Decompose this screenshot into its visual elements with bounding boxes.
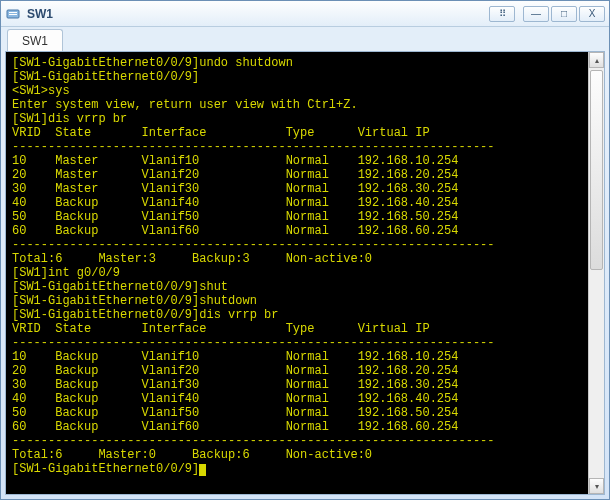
window-title: SW1 — [27, 7, 489, 21]
terminal-cursor — [199, 464, 206, 476]
terminal-container: [SW1-GigabitEthernet0/0/9]undo shutdown … — [5, 51, 605, 495]
app-window: SW1 ⠿ — □ X SW1 [SW1-GigabitEthernet0/0/… — [0, 0, 610, 500]
minimize-button[interactable]: — — [523, 6, 549, 22]
svg-rect-2 — [9, 14, 17, 15]
app-icon — [5, 6, 21, 22]
terminal[interactable]: [SW1-GigabitEthernet0/0/9]undo shutdown … — [6, 52, 588, 494]
maximize-button[interactable]: □ — [551, 6, 577, 22]
window-controls: ⠿ — □ X — [489, 6, 605, 22]
popout-button[interactable]: ⠿ — [489, 6, 515, 22]
scrollbar[interactable]: ▴ ▾ — [588, 52, 604, 494]
scroll-down-button[interactable]: ▾ — [589, 478, 604, 494]
tabstrip: SW1 — [1, 27, 609, 51]
tab-sw1[interactable]: SW1 — [7, 29, 63, 51]
close-button[interactable]: X — [579, 6, 605, 22]
scroll-up-button[interactable]: ▴ — [589, 52, 604, 68]
svg-rect-1 — [9, 12, 17, 13]
titlebar: SW1 ⠿ — □ X — [1, 1, 609, 27]
scroll-thumb[interactable] — [590, 70, 603, 270]
scroll-track[interactable] — [589, 68, 604, 478]
